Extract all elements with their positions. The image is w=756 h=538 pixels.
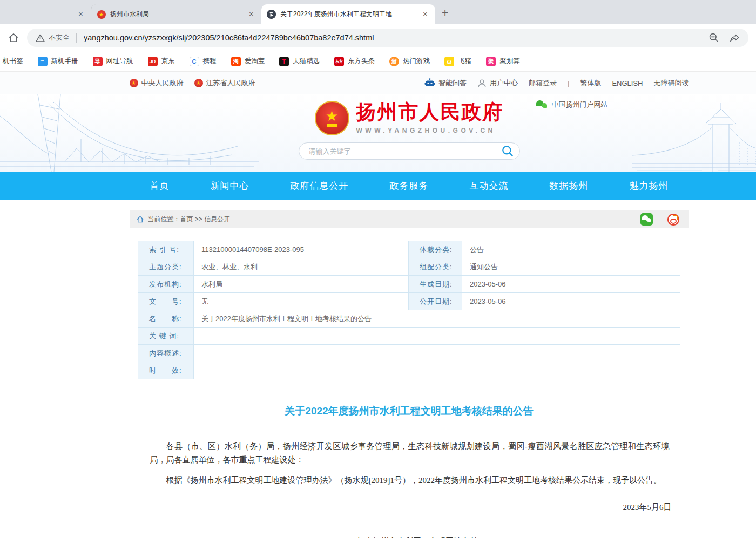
weibo-share-icon[interactable]: [667, 214, 679, 226]
security-label: 不安全: [49, 33, 70, 43]
bookmark-item[interactable]: ω飞猪: [444, 57, 471, 66]
bookmark-item[interactable]: T天猫精选: [279, 57, 320, 66]
nav-news[interactable]: 新闻中心: [211, 180, 249, 192]
site-url-text: WWW.YANGZHOU.GOV.CN: [356, 127, 504, 134]
nav-charm[interactable]: 魅力扬州: [630, 180, 669, 192]
meta-label-cell: 组配分类:: [409, 258, 462, 276]
site-title: 扬州市人民政府: [356, 102, 504, 123]
bookmark-item[interactable]: 导网址导航: [93, 57, 133, 66]
table-row: 发布机构: 水利局 生成日期: 2023-05-06: [138, 276, 680, 293]
gov-emblem-icon: ★: [97, 10, 106, 19]
meta-label-cell: 内容概述:: [138, 345, 194, 362]
table-row: 名 称: 关于2022年度扬州市水利工程文明工地考核结果的公告: [138, 310, 680, 328]
wechat-share-icon[interactable]: [640, 213, 653, 226]
bookmark-item[interactable]: C携程: [190, 57, 217, 66]
manual-icon: ≡: [38, 57, 48, 66]
link-label: 中央人民政府: [141, 78, 184, 88]
link-label: 智能问答: [438, 78, 467, 88]
meta-value-cell: 通知公告: [462, 258, 680, 276]
nav-home[interactable]: 首页: [150, 180, 170, 192]
link-english[interactable]: ENGLISH: [612, 79, 643, 87]
article-body: 各县（市、区）水利（务）局，扬州经济开发区城乡事务管理局，生态科技新城规划建设局…: [130, 440, 689, 487]
bookmark-item[interactable]: 机书签: [3, 57, 23, 66]
meta-label-cell: 发布机构:: [138, 276, 194, 293]
table-row: 时 效:: [138, 362, 680, 379]
dongfang-icon: 东方: [334, 57, 344, 66]
tab-title: 关于2022年度扬州市水利工程文明工地: [280, 10, 416, 19]
breadcrumb[interactable]: 当前位置：首页 >> 信息公开: [148, 215, 231, 224]
link-label: 用户中心: [490, 78, 518, 88]
meta-value-cell: [194, 328, 680, 345]
meta-label-cell: 时 效:: [138, 362, 194, 379]
breadcrumb-bar: 当前位置：首页 >> 信息公开: [130, 210, 689, 228]
bookmark-label: 新机手册: [51, 57, 78, 66]
robot-icon: [424, 78, 435, 88]
bookmark-label: 聚划算: [500, 57, 520, 66]
article-paragraph: 根据《扬州市水利工程文明工地建设管理办法》（扬水规[2019]1号），2022年…: [150, 474, 670, 487]
meta-label-cell: 索 引 号:: [138, 241, 194, 258]
close-icon[interactable]: ×: [421, 10, 430, 19]
site-favicon-icon: [267, 10, 276, 19]
portal-link[interactable]: 中国扬州门户网站: [536, 100, 608, 110]
search-icon[interactable]: [501, 145, 514, 158]
bookmark-item[interactable]: JD京东: [148, 57, 175, 66]
main-nav: 首页 新闻中心 政府信息公开 政务服务 互动交流 数据扬州 魅力扬州: [0, 172, 756, 200]
meta-value-cell: [194, 362, 680, 379]
link-mail-login[interactable]: 邮箱登录: [529, 78, 557, 88]
tab-partial[interactable]: ×: [0, 4, 91, 24]
link-traditional[interactable]: 繁体版: [580, 78, 601, 88]
url-field[interactable]: 不安全 yangzhou.gov.cn/yzszxxgk/slj/202305/…: [27, 29, 748, 47]
wechat-icon: [536, 100, 548, 110]
link-user-center[interactable]: 用户中心: [477, 78, 518, 88]
nav-services[interactable]: 政务服务: [390, 180, 429, 192]
bookmarks-bar: 机书签 ≡新机手册 导网址导航 JD京东 C携程 淘爱淘宝 T天猫精选 东方东方…: [0, 51, 756, 72]
share-icon[interactable]: [729, 32, 740, 43]
bookmark-label: 天猫精选: [293, 57, 320, 66]
link-label: 江苏省人民政府: [206, 78, 255, 88]
utility-bar: ★ 中央人民政府 ★ 江苏省人民政府 智能问答 用户中心 邮箱登录 |: [0, 72, 756, 94]
article-title: 关于2022年度扬州市水利工程文明工地考核结果的公告: [130, 404, 689, 418]
tab-title: 扬州市水利局: [110, 10, 242, 19]
tab-shuiliju[interactable]: ★ 扬州市水利局 ×: [91, 4, 261, 24]
meta-value-cell: 农业、林业、水利: [194, 258, 409, 276]
bookmark-item[interactable]: 游热门游戏: [389, 57, 430, 66]
link-label: 邮箱登录: [529, 78, 557, 88]
new-tab-button[interactable]: +: [442, 6, 448, 19]
link-label: ENGLISH: [612, 79, 643, 87]
nav-info-disclosure[interactable]: 政府信息公开: [291, 180, 349, 192]
site-nav-icon: 导: [93, 57, 103, 66]
ctrip-dolphin-icon: C: [190, 57, 199, 66]
document-meta-table: 索 引 号: 11321000014407098E-2023-095 体裁分类:…: [138, 241, 680, 379]
url-text[interactable]: yangzhou.gov.cn/yzszxxgk/slj/202305/210c…: [84, 33, 702, 42]
meta-label-cell: 名 称:: [138, 310, 194, 328]
article-paragraph: 各县（市、区）水利（务）局，扬州经济开发区城乡事务管理局，生态科技新城规划建设局…: [150, 440, 670, 467]
nav-interaction[interactable]: 互动交流: [470, 180, 509, 192]
bookmark-item[interactable]: 聚聚划算: [486, 57, 520, 66]
bookmark-label: 携程: [203, 57, 217, 66]
table-row: 文 号: 无 公开日期: 2023-05-06: [138, 293, 680, 310]
close-icon[interactable]: ×: [247, 10, 256, 19]
home-icon[interactable]: [8, 32, 19, 44]
link-central-gov[interactable]: ★ 中央人民政府: [130, 78, 184, 88]
link-jiangsu-gov[interactable]: ★ 江苏省人民政府: [194, 78, 255, 88]
link-accessibility[interactable]: 无障碍阅读: [654, 78, 689, 88]
site-header-banner: ★ 扬州市人民政府 WWW.YANGZHOU.GOV.CN 中国扬州门户网站: [0, 94, 756, 172]
meta-value-cell: 关于2022年度扬州市水利工程文明工地考核结果的公告: [194, 310, 680, 328]
search-input[interactable]: [308, 147, 501, 156]
bookmark-label: 京东: [161, 57, 175, 66]
close-icon[interactable]: ×: [76, 10, 85, 19]
game-icon: 游: [389, 57, 399, 66]
bookmark-item[interactable]: 东方东方头条: [334, 57, 375, 66]
table-row: 索 引 号: 11321000014407098E-2023-095 体裁分类:…: [138, 241, 680, 258]
nav-data[interactable]: 数据扬州: [550, 180, 589, 192]
webpage: ★ 中央人民政府 ★ 江苏省人民政府 智能问答 用户中心 邮箱登录 |: [0, 72, 756, 538]
zoom-out-icon[interactable]: [708, 32, 719, 43]
bookmark-item[interactable]: 淘爱淘宝: [231, 57, 265, 66]
tab-active-announcement[interactable]: 关于2022年度扬州市水利工程文明工地 ×: [261, 4, 435, 24]
link-smart-qa[interactable]: 智能问答: [424, 78, 467, 88]
bookmark-item[interactable]: ≡新机手册: [38, 57, 78, 66]
juhuasuan-icon: 聚: [486, 57, 496, 66]
site-search: [299, 142, 520, 160]
meta-value-cell: 水利局: [194, 276, 409, 293]
table-row: 关 键 词:: [138, 328, 680, 345]
